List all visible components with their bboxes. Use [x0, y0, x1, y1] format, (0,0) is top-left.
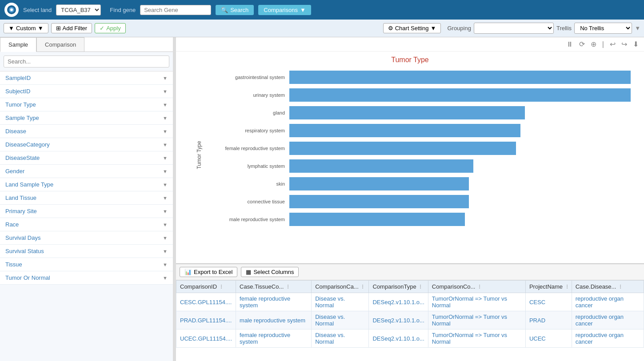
apply-button[interactable]: ✓ Apply: [95, 23, 126, 33]
field-arrow-icon: ▼: [163, 262, 168, 267]
sidebar-field-item[interactable]: Land Sample Type▼: [0, 178, 173, 191]
sidebar-field-item[interactable]: SampleID▼: [0, 71, 173, 85]
field-label: Sample Type: [5, 115, 39, 121]
sidebar-field-item[interactable]: Gender▼: [0, 165, 173, 178]
table-cell: TumorOrNormal => Tumor vs Normal: [428, 293, 525, 311]
refresh-icon[interactable]: ⟳: [577, 39, 587, 49]
sidebar-search-input[interactable]: [4, 56, 169, 67]
table-row[interactable]: PRAD.GPL11154....male reproductive syste…: [176, 311, 644, 329]
sidebar-field-item[interactable]: DiseaseState▼: [0, 151, 173, 165]
table-column-header[interactable]: ComparisonCa... ⁝: [312, 281, 369, 293]
table-column-header[interactable]: ComparisonType ⁝: [369, 281, 428, 293]
sidebar-field-item[interactable]: Tumor Type▼: [0, 98, 173, 111]
field-label: Disease: [5, 128, 26, 135]
bar-fill: [289, 177, 469, 190]
sidebar-field-item[interactable]: Land Tissue▼: [0, 191, 173, 205]
table-cell: PRAD: [525, 311, 572, 329]
sidebar-field-item[interactable]: Disease▼: [0, 125, 173, 138]
sidebar-field-item[interactable]: Tumor Or Normal▼: [0, 271, 173, 285]
sidebar-field-item[interactable]: SubjectID▼: [0, 85, 173, 98]
field-label: Tumor Or Normal: [5, 274, 50, 281]
sidebar-fields-list: SampleID▼SubjectID▼Tumor Type▼Sample Typ…: [0, 71, 173, 361]
field-label: Land Tissue: [5, 194, 36, 201]
sidebar-field-item[interactable]: Sample Type▼: [0, 111, 173, 125]
chart-title: Tumor Type: [180, 56, 640, 64]
field-arrow-icon: ▼: [163, 169, 168, 174]
chart-setting-button[interactable]: ⚙ Chart Setting ▼: [383, 23, 441, 33]
table-cell: Disease vs. Normal: [312, 293, 369, 311]
table-row[interactable]: UCEC.GPL11154....female reproductive sys…: [176, 329, 644, 348]
top-nav: Select land TCGA_B37 Find gene 🔍 Search …: [0, 0, 644, 20]
bar-label: connective tissue: [203, 199, 289, 204]
table-column-header[interactable]: ProjectName ⁝: [525, 281, 572, 293]
search-button[interactable]: 🔍 Search: [216, 5, 254, 15]
bar-fill: [289, 106, 525, 119]
redo-icon[interactable]: ↪: [620, 39, 629, 49]
field-label: DiseaseCategory: [5, 141, 50, 148]
add-filter-button[interactable]: ⊞ Add Filter: [51, 23, 92, 33]
chart-area: ⏸ ⟳ ⊕ | ↩ ↪ ⬇ Tumor Type Tumor Type gast…: [176, 37, 644, 263]
columns-icon: ▦: [246, 269, 251, 275]
y-axis-label: Tumor Type: [196, 141, 202, 169]
right-panel: ⏸ ⟳ ⊕ | ↩ ↪ ⬇ Tumor Type Tumor Type gast…: [176, 37, 644, 361]
bar-fill: [289, 159, 473, 173]
bar-row: lymphatic system: [203, 157, 631, 175]
bar-fill: [289, 124, 520, 137]
bar-fill: [289, 213, 465, 226]
field-arrow-icon: ▼: [163, 249, 168, 254]
sidebar-field-item[interactable]: Primary Site▼: [0, 205, 173, 218]
table-column-header[interactable]: ComparisonID ⁝: [176, 281, 236, 293]
comparisons-button[interactable]: Comparisons ▼: [258, 5, 311, 15]
bars-container: gastrointestinal systemurinary systemgla…: [203, 68, 631, 228]
bar-fill: [289, 142, 516, 155]
tab-sample[interactable]: Sample: [0, 37, 36, 52]
trellis-chevron-icon: ▼: [635, 25, 640, 32]
sidebar-field-item[interactable]: Race▼: [0, 218, 173, 231]
bar-row: male reproductive system: [203, 210, 631, 228]
pause-icon[interactable]: ⏸: [564, 39, 575, 49]
sidebar-field-item[interactable]: Tissue▼: [0, 258, 173, 271]
field-label: Gender: [5, 168, 24, 175]
table-cell: reproductive organ cancer: [572, 293, 644, 311]
sidebar-field-item[interactable]: DiseaseCategory▼: [0, 138, 173, 151]
field-arrow-icon: ▼: [163, 209, 168, 214]
table-cell: reproductive organ cancer: [572, 329, 644, 348]
add-chart-icon[interactable]: ⊕: [589, 39, 598, 49]
export-excel-button[interactable]: 📊 Export to Excel: [180, 267, 237, 277]
chevron-down-icon: ▼: [431, 25, 436, 32]
grouping-select[interactable]: [474, 23, 554, 34]
table-cell: Disease vs. Normal: [312, 311, 369, 329]
sidebar-field-item[interactable]: Survival Days▼: [0, 231, 173, 245]
sort-icon: ⁝: [287, 283, 289, 290]
sidebar-tabs: Sample Comparison: [0, 37, 173, 52]
field-arrow-icon: ▼: [163, 235, 168, 241]
undo-icon[interactable]: ↩: [608, 39, 617, 49]
bar-row: urinary system: [203, 86, 631, 104]
table-header: ComparisonID ⁝Case.TissueCo... ⁝Comparis…: [176, 281, 644, 293]
download-icon[interactable]: ⬇: [631, 39, 640, 49]
custom-button[interactable]: ▼ Custom ▼: [4, 23, 48, 33]
gear-icon: ⚙: [388, 25, 393, 32]
table-column-header[interactable]: Case.TissueCo... ⁝: [236, 281, 312, 293]
bar-fill: [289, 88, 631, 102]
field-label: Land Sample Type: [5, 181, 53, 188]
search-icon: 🔍: [221, 7, 228, 13]
bar-label: urinary system: [203, 92, 289, 98]
table-cell: CESC.GPL11154....: [176, 293, 236, 311]
table-row[interactable]: CESC.GPL11154....female reproductive sys…: [176, 293, 644, 311]
trellis-select[interactable]: No Trellis: [574, 23, 632, 34]
sidebar-field-item[interactable]: Survival Status▼: [0, 245, 173, 258]
table-scroll[interactable]: ComparisonID ⁝Case.TissueCo... ⁝Comparis…: [176, 280, 644, 348]
field-arrow-icon: ▼: [163, 102, 168, 107]
sidebar: Sample Comparison SampleID▼SubjectID▼Tum…: [0, 37, 173, 361]
gene-search-input[interactable]: [140, 5, 211, 15]
bar-row: skin: [203, 175, 631, 193]
land-select[interactable]: TCGA_B37: [56, 4, 101, 16]
field-label: SubjectID: [5, 88, 30, 95]
select-columns-button[interactable]: ▦ Select Columns: [241, 267, 299, 277]
table-column-header[interactable]: ComparisonCo... ⁝: [428, 281, 525, 293]
table-column-header[interactable]: Case.Disease... ⁝: [572, 281, 644, 293]
bar-chart-container: Tumor Type gastrointestinal systemurinar…: [180, 68, 640, 242]
tab-comparison[interactable]: Comparison: [36, 37, 84, 52]
bar-fill: [289, 195, 469, 208]
